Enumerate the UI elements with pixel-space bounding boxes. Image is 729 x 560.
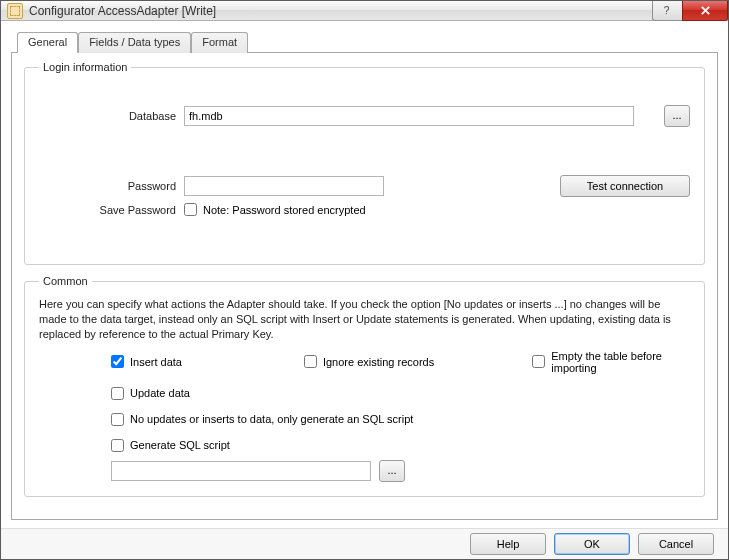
save-password-label: Save Password: [39, 204, 184, 216]
tab-bar: General Fields / Data types Format: [17, 31, 718, 52]
save-password-note: Note: Password stored encrypted: [203, 204, 366, 216]
window: Configurator AccessAdapter [Write] ? Gen…: [0, 0, 729, 560]
titlebar: Configurator AccessAdapter [Write] ?: [1, 1, 728, 21]
common-description: Here you can specify what actions the Ad…: [39, 297, 690, 342]
insert-data-checkbox[interactable]: [111, 355, 124, 368]
help-icon: ?: [662, 5, 673, 16]
no-updates-label: No updates or inserts to data, only gene…: [130, 413, 413, 425]
row-password: Password Test connection: [39, 175, 690, 197]
tab-panel-general: Login information Database ... Password …: [11, 52, 718, 520]
svg-text:?: ?: [664, 5, 670, 16]
sql-browse-button[interactable]: ...: [379, 460, 405, 482]
empty-table-checkbox[interactable]: [532, 355, 545, 368]
row-sql-file: ...: [111, 460, 690, 482]
database-browse-button[interactable]: ...: [664, 105, 690, 127]
generate-sql-label: Generate SQL script: [130, 439, 230, 451]
tab-general[interactable]: General: [17, 32, 78, 53]
help-titlebar-button[interactable]: ?: [652, 1, 682, 21]
password-input[interactable]: [184, 176, 384, 196]
ok-button[interactable]: OK: [554, 533, 630, 555]
cancel-button[interactable]: Cancel: [638, 533, 714, 555]
sql-file-input: [111, 461, 371, 481]
database-input[interactable]: [184, 106, 634, 126]
ignore-existing-checkbox[interactable]: [304, 355, 317, 368]
common-options: Insert data Ignore existing records Empt…: [111, 350, 690, 452]
help-button[interactable]: Help: [470, 533, 546, 555]
close-button[interactable]: [682, 1, 728, 21]
save-password-checkbox[interactable]: [184, 203, 197, 216]
close-icon: [700, 5, 711, 16]
content: General Fields / Data types Format Login…: [1, 21, 728, 528]
ignore-existing-label: Ignore existing records: [323, 356, 434, 368]
update-data-label: Update data: [130, 387, 190, 399]
window-buttons: ?: [652, 1, 728, 21]
no-updates-checkbox[interactable]: [111, 413, 124, 426]
login-legend: Login information: [39, 61, 131, 73]
empty-table-label: Empty the table before importing: [551, 350, 690, 374]
tab-format[interactable]: Format: [191, 32, 248, 53]
common-legend: Common: [39, 275, 92, 287]
update-data-checkbox[interactable]: [111, 387, 124, 400]
common-fieldset: Common Here you can specify what actions…: [24, 275, 705, 497]
row-database: Database ...: [39, 105, 690, 127]
insert-data-label: Insert data: [130, 356, 182, 368]
app-icon: [7, 3, 23, 19]
test-connection-button[interactable]: Test connection: [560, 175, 690, 197]
window-title: Configurator AccessAdapter [Write]: [29, 4, 216, 18]
password-label: Password: [39, 180, 184, 192]
login-fieldset: Login information Database ... Password …: [24, 61, 705, 265]
generate-sql-checkbox[interactable]: [111, 439, 124, 452]
row-save-password: Save Password Note: Password stored encr…: [39, 203, 690, 216]
database-label: Database: [39, 110, 184, 122]
tab-fields[interactable]: Fields / Data types: [78, 32, 191, 53]
footer: Help OK Cancel: [1, 528, 728, 559]
